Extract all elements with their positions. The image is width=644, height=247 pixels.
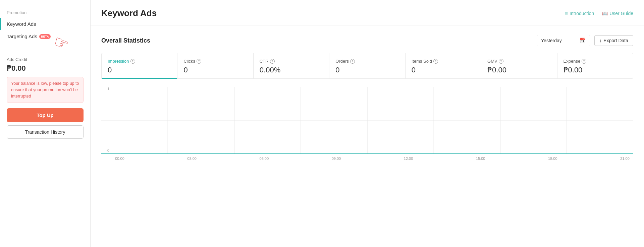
sidebar: Promotion Keyword Ads Targeting Ads BETA…: [0, 0, 91, 247]
stat-value: 0: [108, 66, 171, 74]
x-label: 06:00: [256, 157, 272, 161]
stat-value: 0.00%: [260, 66, 323, 74]
stat-label: Impression ?: [108, 59, 171, 64]
ads-credit-section: Ads Credit ₱0.00 Your balance is low, pl…: [0, 54, 90, 142]
chart-wrapper: 1 0: [101, 87, 633, 161]
stat-value: ₱0.00: [564, 66, 627, 74]
stat-item-orders[interactable]: Orders ? 0: [329, 53, 405, 78]
book-icon: 📖: [602, 11, 608, 16]
stat-label: Expense ?: [564, 59, 627, 64]
chart-svg: [101, 87, 633, 154]
export-icon: ↓: [599, 38, 602, 43]
header-links: ≡ Introduction 📖 User Guide: [565, 10, 633, 16]
stat-label: Items Sold ?: [412, 59, 475, 64]
introduction-label: Introduction: [570, 11, 594, 16]
info-icon: ?: [350, 59, 355, 64]
user-guide-link[interactable]: 📖 User Guide: [602, 11, 633, 16]
info-icon: ?: [130, 59, 135, 64]
overall-statistics-title: Overall Statistics: [101, 37, 150, 44]
section-header: Overall Statistics Yesterday 📅 ↓ Export …: [101, 35, 633, 46]
page-title: Keyword Ads: [101, 8, 157, 18]
stat-label: Clicks ?: [183, 59, 247, 64]
x-label: 15:00: [472, 157, 489, 161]
stat-item-clicks[interactable]: Clicks ? 0: [177, 53, 253, 78]
sidebar-item-keyword-ads-label: Keyword Ads: [7, 21, 36, 27]
x-label: 03:00: [183, 157, 200, 161]
ads-credit-label: Ads Credit: [7, 57, 84, 62]
low-balance-alert: Your balance is low, please top up to en…: [7, 77, 84, 103]
info-icon: ?: [270, 59, 275, 64]
x-label: 12:00: [400, 157, 417, 161]
info-icon: ?: [499, 59, 503, 64]
introduction-link[interactable]: ≡ Introduction: [565, 10, 594, 16]
x-label: 18:00: [544, 157, 561, 161]
info-icon: ?: [433, 59, 438, 64]
main-content: Keyword Ads ≡ Introduction 📖 User Guide …: [91, 0, 644, 247]
main-header: Keyword Ads ≡ Introduction 📖 User Guide: [91, 0, 644, 25]
stats-row: Impression ? 0 Clicks ? 0 CTR ? 0.00% Or…: [101, 53, 633, 79]
stat-value: 0: [183, 66, 247, 74]
transaction-history-button[interactable]: Transaction History: [7, 125, 84, 139]
stat-item-gmv[interactable]: GMV ? ₱0.00: [481, 53, 557, 78]
stat-item-impression[interactable]: Impression ? 0: [102, 53, 177, 78]
x-label: 21:00: [616, 157, 633, 161]
ads-credit-amount: ₱0.00: [7, 64, 84, 73]
section-controls: Yesterday 📅 ↓ Export Data: [537, 35, 633, 46]
export-label: Export Data: [603, 38, 628, 43]
sidebar-section-title: Promotion: [0, 7, 90, 18]
stat-item-ctr[interactable]: CTR ? 0.00%: [254, 53, 329, 78]
sidebar-item-targeting-ads-label: Targeting Ads: [7, 34, 37, 39]
top-up-button[interactable]: Top Up: [7, 108, 84, 122]
export-data-button[interactable]: ↓ Export Data: [594, 35, 633, 46]
stat-label: GMV ?: [487, 59, 551, 64]
beta-badge: BETA: [39, 34, 51, 39]
stat-value: 0: [412, 66, 475, 74]
x-axis: 00:0003:0006:0009:0012:0015:0018:0021:00: [101, 157, 633, 161]
calendar-icon: 📅: [580, 38, 586, 44]
x-label: 00:00: [111, 157, 128, 161]
stat-item-items-sold[interactable]: Items Sold ? 0: [406, 53, 481, 78]
info-icon: ?: [197, 59, 201, 64]
content-body: Overall Statistics Yesterday 📅 ↓ Export …: [91, 25, 644, 170]
list-icon: ≡: [565, 10, 568, 16]
sidebar-item-keyword-ads[interactable]: Keyword Ads: [0, 18, 90, 30]
stat-value: ₱0.00: [487, 66, 551, 74]
date-picker[interactable]: Yesterday 📅: [537, 35, 590, 46]
sidebar-item-targeting-ads[interactable]: Targeting Ads BETA: [0, 30, 90, 43]
info-icon: ?: [582, 59, 586, 64]
x-label: 09:00: [328, 157, 344, 161]
stat-label: Orders ?: [335, 59, 399, 64]
stat-label: CTR ?: [260, 59, 323, 64]
date-picker-value: Yesterday: [541, 38, 562, 43]
sidebar-divider: [0, 48, 90, 48]
stat-item-expense[interactable]: Expense ? ₱0.00: [557, 53, 633, 78]
user-guide-label: User Guide: [609, 11, 633, 16]
stat-value: 0: [335, 66, 399, 74]
